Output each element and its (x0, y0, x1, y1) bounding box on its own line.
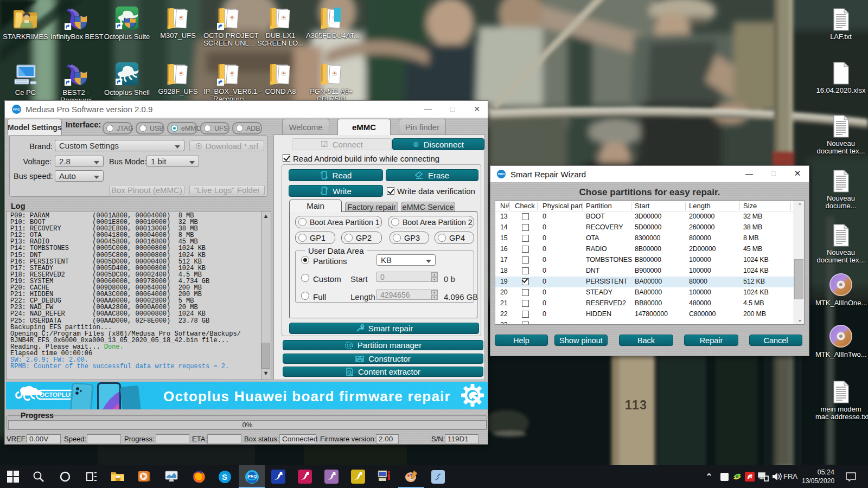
svg-text:113: 113 (625, 398, 648, 412)
svg-text:101: 101 (346, 343, 353, 348)
svg-text:Octoplus Huawei board firmware: Octoplus Huawei board firmware repair (163, 388, 451, 404)
svg-text:OCTOPLUS: OCTOPLUS (40, 391, 74, 398)
svg-text:PRO: PRO (248, 474, 257, 479)
svg-text:S: S (222, 472, 227, 481)
